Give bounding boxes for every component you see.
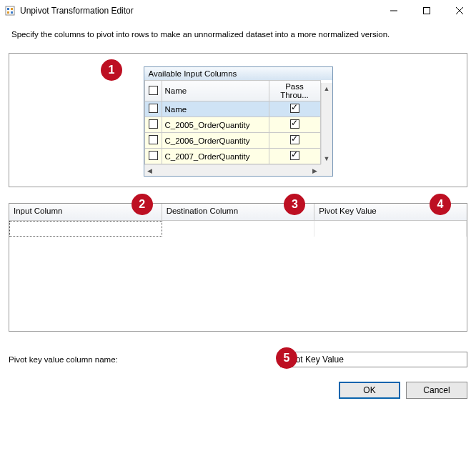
pass-through-checkbox[interactable]	[290, 119, 299, 129]
row-name-cell[interactable]: Name	[162, 101, 269, 117]
svg-rect-4	[11, 11, 13, 14]
header-destination-column-label: Destination Column	[167, 207, 238, 215]
svg-rect-0	[6, 6, 14, 15]
table-row[interactable]: C_2006_OrderQuantity	[144, 133, 320, 149]
scroll-right-icon[interactable]: ▶	[309, 165, 321, 176]
scroll-left-icon[interactable]: ◀	[144, 165, 156, 176]
app-icon	[4, 5, 16, 16]
ok-button[interactable]: OK	[339, 382, 400, 399]
input-columns-panel: 1 Available Input Columns Name Pass Thro…	[9, 53, 467, 187]
table-row[interactable]: C_2005_OrderQuantity	[144, 117, 320, 133]
annotation-5: 5	[276, 347, 297, 369]
destination-column-cell[interactable]	[162, 221, 314, 237]
svg-rect-1	[7, 8, 9, 10]
maximize-button[interactable]	[410, 0, 443, 21]
row-select-checkbox[interactable]	[149, 104, 158, 113]
scroll-down-icon[interactable]: ▼	[322, 153, 332, 164]
minimize-button[interactable]	[377, 0, 410, 21]
pivot-key-value-cell[interactable]	[314, 221, 467, 237]
scrollbar-corner	[321, 164, 332, 176]
window-subtitle: Specify the columns to pivot into rows t…	[0, 21, 476, 53]
header-pivot-key-value-label: Pivot Key Value	[319, 207, 376, 215]
annotation-3: 3	[284, 194, 305, 215]
annotation-1: 1	[101, 59, 122, 81]
table-row[interactable]: C_2007_OrderQuantity	[144, 149, 320, 164]
row-select-checkbox[interactable]	[149, 119, 158, 129]
scroll-up-icon[interactable]: ▲	[322, 83, 332, 94]
vertical-scrollbar[interactable]: ▲ ▼	[321, 83, 332, 164]
row-select-checkbox[interactable]	[149, 135, 158, 144]
svg-rect-6	[424, 8, 430, 14]
annotation-4: 4	[430, 194, 451, 215]
column-header-name[interactable]: Name	[162, 81, 269, 101]
cancel-button[interactable]: Cancel	[406, 382, 467, 399]
pass-through-checkbox[interactable]	[290, 135, 299, 144]
header-input-column-label: Input Column	[14, 207, 62, 215]
horizontal-scrollbar[interactable]: ◀ ▶	[144, 164, 321, 176]
titlebar: Unpivot Transformation Editor	[0, 0, 476, 21]
pass-through-checkbox[interactable]	[290, 104, 299, 113]
row-name-cell[interactable]: C_2005_OrderQuantity	[162, 117, 269, 133]
select-all-checkbox-header[interactable]	[144, 81, 162, 101]
mapping-grid[interactable]: Input Column 2 Destination Column 3 Pivo…	[9, 203, 467, 332]
available-input-columns-title: Available Input Columns	[144, 67, 332, 80]
available-input-columns-box: Available Input Columns Name Pass Throu.…	[144, 66, 333, 177]
header-destination-column[interactable]: Destination Column 3	[162, 204, 315, 221]
input-columns-grid[interactable]: Name Pass Throu... Name C_2005_OrderQuan…	[144, 80, 321, 164]
column-header-pass-through[interactable]: Pass Throu...	[269, 81, 320, 101]
header-pivot-key-value[interactable]: Pivot Key Value 4	[314, 204, 467, 221]
pivot-key-column-label: Pivot key value column name:	[9, 355, 280, 364]
pass-through-checkbox[interactable]	[290, 151, 299, 160]
svg-rect-3	[7, 11, 9, 14]
table-row[interactable]: Name	[144, 101, 320, 117]
annotation-2: 2	[132, 194, 153, 215]
pivot-key-column-input[interactable]	[280, 352, 467, 367]
close-button[interactable]	[443, 0, 476, 21]
row-name-cell[interactable]: C_2007_OrderQuantity	[162, 149, 269, 164]
header-input-column[interactable]: Input Column 2	[9, 204, 162, 221]
row-name-cell[interactable]: C_2006_OrderQuantity	[162, 133, 269, 149]
window-title: Unpivot Transformation Editor	[20, 6, 377, 16]
svg-rect-2	[11, 8, 13, 10]
input-column-cell[interactable]	[9, 221, 162, 237]
row-select-checkbox[interactable]	[149, 151, 158, 160]
